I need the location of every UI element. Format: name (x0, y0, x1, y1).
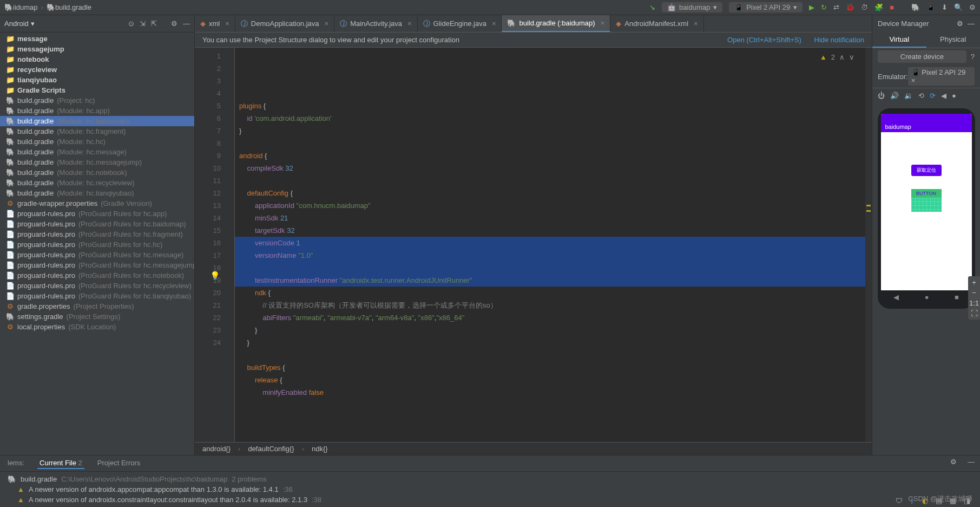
breadcrumb-segment[interactable]: android{} (202, 445, 231, 453)
next-highlight-icon[interactable]: ∨ (849, 51, 854, 63)
rerun-icon[interactable]: ↻ (821, 3, 827, 11)
module-item[interactable]: 📁Gradle Scripts (0, 85, 194, 95)
editor-tab[interactable]: ⒿGlideEngine.java× (418, 15, 502, 32)
tree-file-item[interactable]: 📄proguard-rules.pro (ProGuard Rules for … (0, 260, 194, 270)
hide-notification-link[interactable]: Hide notification (814, 36, 865, 44)
module-item[interactable]: 📁message (0, 34, 194, 44)
zoom-reset[interactable]: 1:1 (969, 299, 979, 307)
settings-icon[interactable]: ⚙ (969, 3, 976, 11)
editor-breadcrumb[interactable]: android{}›defaultConfig{}›ndk{} (195, 442, 872, 455)
tree-file-item[interactable]: 🐘build.gradle (Module: hc.recycleview) (0, 178, 194, 188)
tree-file-item[interactable]: 📄proguard-rules.pro (ProGuard Rules for … (0, 229, 194, 239)
module-item[interactable]: 📁tianqiyubao (0, 75, 194, 85)
gear-icon[interactable]: ⚙ (957, 20, 963, 28)
tree-file-item[interactable]: 🐘build.gradle (Module: hc.notebook) (0, 167, 194, 178)
expand-all-icon[interactable]: ⇲ (140, 20, 146, 28)
breadcrumb-segment[interactable]: defaultConfig{} (248, 445, 294, 453)
tree-file-item[interactable]: 🐘build.gradle (Module: hc.app) (0, 106, 194, 116)
tree-file-item[interactable]: 🐘build.gradle (Project: hc) (0, 95, 194, 106)
tree-file-item[interactable]: 📄proguard-rules.pro (ProGuard Rules for … (0, 209, 194, 219)
tab-physical[interactable]: Physical (926, 32, 981, 48)
problem-item[interactable]: ▲A newer version of androidx.constraintl… (5, 495, 975, 505)
apply-changes-icon[interactable]: ⇄ (833, 3, 839, 11)
search-icon[interactable]: 🔍 (954, 3, 963, 11)
zoom-fit-icon[interactable]: ⛶ (971, 309, 978, 317)
tree-file-item[interactable]: 🐘settings.gradle (Project Settings) (0, 311, 194, 322)
windows-defender-icon[interactable]: 🛡 (896, 497, 903, 505)
hide-icon[interactable]: — (968, 20, 975, 28)
tree-file-item[interactable]: 📄proguard-rules.pro (ProGuard Rules for … (0, 270, 194, 281)
sync-icon[interactable]: 🐘 (911, 3, 920, 11)
gear-icon[interactable]: ⚙ (950, 458, 957, 469)
attach-debugger-icon[interactable]: 🧩 (874, 3, 883, 11)
create-device-button[interactable]: Create device (878, 50, 966, 63)
stop-icon[interactable]: ■ (890, 3, 894, 11)
tree-file-item[interactable]: 🐘build.gradle (Module: hc.tianqiyubao) (0, 188, 194, 198)
breadcrumb-root[interactable]: iidumap (13, 3, 38, 11)
power-icon[interactable]: ⏻ (878, 92, 885, 100)
warning-marker[interactable] (866, 205, 871, 206)
tree-file-item[interactable]: 🐘build.gradle (Module: hc.message) (0, 147, 194, 157)
collapse-all-icon[interactable]: ⇱ (151, 20, 157, 28)
rotate-left-icon[interactable]: ⟲ (918, 92, 924, 100)
help-icon[interactable]: ? (971, 53, 975, 61)
profile-icon[interactable]: ⏱ (861, 3, 868, 11)
zoom-out-icon[interactable]: − (972, 289, 976, 297)
back-nav-icon[interactable]: ◀ (893, 293, 899, 301)
close-icon[interactable]: × (601, 19, 605, 27)
editor-tab[interactable]: ◆xml× (195, 15, 235, 32)
tab-virtual[interactable]: Virtual (872, 32, 926, 48)
close-icon[interactable]: × (694, 20, 698, 28)
emulator-screen[interactable]: baidumap 获取定位 BUTTON ◀ ● ■ + (872, 103, 980, 455)
button[interactable]: BUTTON (911, 189, 942, 198)
home-nav-icon[interactable]: ● (925, 293, 929, 301)
emulator-device[interactable]: 📱 Pixel 2 API 29 × (908, 67, 975, 86)
tab-project-errors[interactable]: Project Errors (95, 458, 142, 469)
tree-file-item[interactable]: ⚙gradle.properties (Project Properties) (0, 301, 194, 311)
intention-bulb-icon[interactable]: 💡 (210, 269, 220, 282)
open-project-structure-link[interactable]: Open (Ctrl+Alt+Shift+S) (727, 36, 801, 44)
locate-button[interactable]: 获取定位 (911, 165, 942, 176)
editor-tab[interactable]: ⒿDemoApplication.java× (235, 15, 334, 32)
warning-marker[interactable] (866, 210, 871, 212)
build-icon[interactable]: ↘ (649, 3, 655, 11)
hide-icon[interactable]: — (968, 458, 975, 469)
close-icon[interactable]: × (325, 20, 329, 28)
marker-bar[interactable] (865, 48, 872, 442)
project-view-selector[interactable]: Android ▾ (4, 20, 35, 28)
tree-file-item[interactable]: 🐘build.gradle (Module: hc.fragment) (0, 126, 194, 136)
tree-file-item[interactable]: 🐘build.gradle (Module: hc.hc) (0, 136, 194, 147)
tree-file-item[interactable]: 📄proguard-rules.pro (ProGuard Rules for … (0, 219, 194, 229)
tree-file-item[interactable]: 🐘build.gradle (Module: hc.baidumap) (0, 116, 194, 126)
screenshot-icon[interactable]: ● (952, 92, 956, 100)
close-icon[interactable]: × (492, 20, 496, 28)
gear-icon[interactable]: ⚙ (171, 20, 177, 28)
rotate-right-icon[interactable]: ⟳ (930, 92, 936, 100)
inspection-widget[interactable]: ▲ 2 ∧ ∨ (820, 51, 854, 63)
sdk-icon[interactable]: ⬇ (942, 3, 948, 11)
device-selector[interactable]: 📱 Pixel 2 API 29 ▾ (729, 2, 803, 12)
tree-file-item[interactable]: 📄proguard-rules.pro (ProGuard Rules for … (0, 291, 194, 301)
debug-icon[interactable]: 🐞 (846, 3, 854, 11)
close-icon[interactable]: × (225, 20, 229, 28)
tab-current-file[interactable]: Current File 2 (37, 458, 84, 469)
volume-down-icon[interactable]: 🔉 (904, 92, 913, 100)
editor-tab[interactable]: ⒿMainActivity.java× (334, 15, 417, 32)
run-icon[interactable]: ▶ (809, 3, 814, 11)
fold-gutter[interactable] (227, 48, 235, 442)
run-config-selector[interactable]: 🤖 baidumap ▾ (662, 2, 722, 12)
editor-tab[interactable]: 🐘build.gradle (:baidumap)× (502, 15, 610, 32)
breadcrumb-segment[interactable]: ndk{} (312, 445, 328, 453)
tree-file-item[interactable]: ⚙gradle-wrapper.properties (Gradle Versi… (0, 198, 194, 209)
breadcrumb[interactable]: 🐘 iidumap › 🐘 build.gradle (4, 3, 91, 11)
zoom-in-icon[interactable]: + (972, 278, 976, 287)
breadcrumb-file[interactable]: build.gradle (55, 3, 91, 11)
code-content[interactable]: ▲ 2 ∧ ∨ 💡 plugins { id 'com.android.appl… (235, 48, 865, 442)
module-item[interactable]: 📁notebook (0, 54, 194, 64)
select-opened-icon[interactable]: ⊙ (128, 20, 134, 28)
tree-file-item[interactable]: 📄proguard-rules.pro (ProGuard Rules for … (0, 239, 194, 250)
tree-file-item[interactable]: ⚙local.properties (SDK Location) (0, 322, 194, 332)
tree-file-item[interactable]: 📄proguard-rules.pro (ProGuard Rules for … (0, 281, 194, 291)
close-icon[interactable]: × (407, 20, 412, 28)
tree-file-item[interactable]: 🐘build.gradle (Module: hc.messagejump) (0, 157, 194, 167)
